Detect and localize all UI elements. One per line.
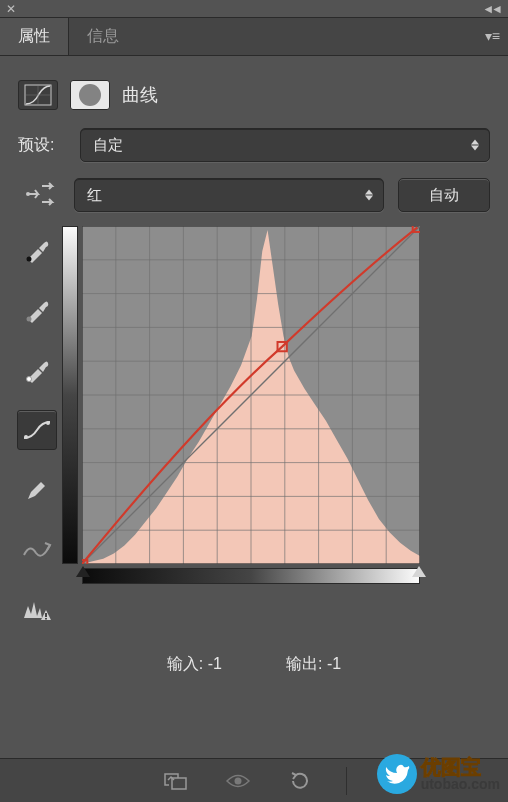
layer-mask-icon[interactable] (70, 80, 110, 110)
hand-adjust-icon[interactable] (22, 181, 56, 210)
output-value: -1 (327, 655, 341, 672)
reset-icon[interactable] (284, 769, 316, 793)
svg-rect-10 (45, 618, 47, 620)
eyedropper-white-icon[interactable] (17, 350, 57, 390)
channel-value: 红 (87, 186, 102, 205)
dropdown-arrows-icon (471, 140, 479, 151)
tab-bar: 属性 信息 ▾≡ (0, 18, 508, 56)
preset-dropdown[interactable]: 自定 (80, 128, 490, 162)
visibility-icon[interactable] (222, 769, 254, 793)
svg-point-4 (27, 257, 32, 262)
curves-adjustment-icon[interactable] (18, 80, 58, 110)
close-icon[interactable]: ✕ (6, 2, 16, 16)
smooth-icon[interactable] (17, 530, 57, 570)
dropdown-arrows-icon (365, 190, 373, 201)
auto-button-label: 自动 (429, 186, 459, 205)
watermark-name: 优图宝 (421, 757, 500, 777)
pencil-icon[interactable] (17, 470, 57, 510)
auto-button[interactable]: 自动 (398, 178, 490, 212)
eyedropper-gray-icon[interactable] (17, 290, 57, 330)
bird-logo-icon (377, 754, 417, 794)
clip-warning-icon[interactable] (17, 590, 57, 630)
svg-point-5 (27, 317, 32, 322)
io-row: 输入: -1 输出: -1 (0, 630, 508, 683)
svg-point-7 (24, 435, 28, 439)
input-gradient-row (82, 568, 420, 584)
input-readout: 输入: -1 (167, 654, 222, 675)
preset-row: 预设: 自定 (0, 128, 508, 178)
curve-area (0, 226, 508, 630)
svg-point-3 (26, 192, 30, 196)
output-label: 输出: (286, 655, 322, 672)
input-gradient (82, 568, 420, 584)
adjustment-title: 曲线 (122, 83, 158, 107)
input-value: -1 (208, 655, 222, 672)
input-label: 输入: (167, 655, 203, 672)
preset-value: 自定 (93, 136, 123, 155)
curve-grid[interactable] (82, 226, 420, 564)
watermark-url: utobao.com (421, 777, 500, 791)
tab-info[interactable]: 信息 (69, 17, 137, 55)
output-gradient (62, 226, 78, 564)
tab-properties[interactable]: 属性 (0, 17, 69, 55)
watermark: 优图宝 utobao.com (377, 754, 500, 794)
channel-row: 红 自动 (0, 178, 508, 226)
panel-top-strip: ✕ ◄◄ (0, 0, 508, 18)
output-readout: 输出: -1 (286, 654, 341, 675)
preset-label: 预设: (18, 135, 70, 156)
separator (346, 767, 347, 795)
collapse-icon[interactable]: ◄◄ (482, 2, 500, 16)
adjustment-header: 曲线 (0, 56, 508, 128)
channel-dropdown[interactable]: 红 (74, 178, 384, 212)
left-tool-column (12, 226, 62, 630)
white-point-slider[interactable] (412, 566, 426, 577)
clip-to-layer-icon[interactable] (160, 769, 192, 793)
black-point-slider[interactable] (76, 566, 90, 577)
curve-edit-icon[interactable] (17, 410, 57, 450)
eyedropper-black-icon[interactable] (17, 230, 57, 270)
svg-point-6 (27, 377, 32, 382)
svg-point-8 (46, 421, 50, 425)
svg-point-36 (234, 777, 241, 784)
svg-rect-9 (45, 613, 47, 617)
panel-menu-icon[interactable]: ▾≡ (485, 28, 500, 44)
